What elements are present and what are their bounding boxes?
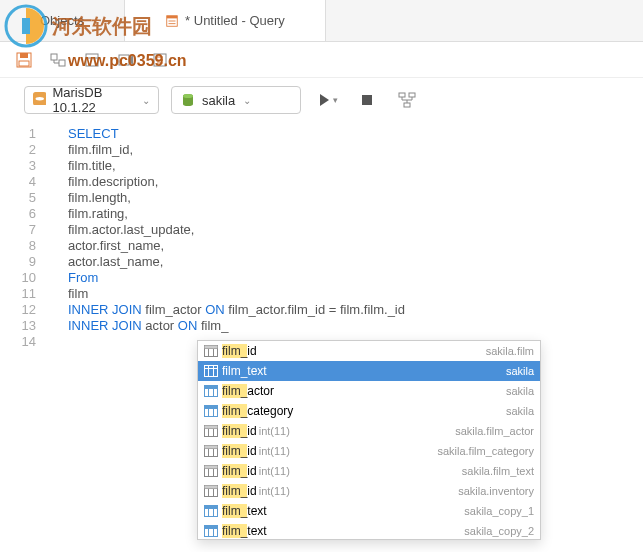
svg-rect-33 bbox=[205, 386, 218, 389]
autocomplete-schema: sakila bbox=[506, 385, 534, 397]
svg-rect-17 bbox=[409, 93, 415, 97]
table-icon bbox=[204, 405, 218, 417]
code-line[interactable]: From bbox=[48, 270, 643, 286]
svg-rect-15 bbox=[362, 95, 372, 105]
autocomplete-type: int(11) bbox=[259, 445, 290, 457]
svg-rect-48 bbox=[205, 446, 218, 449]
tab-query[interactable]: * Untitled - Query bbox=[125, 0, 326, 41]
autocomplete-name: film_text bbox=[222, 504, 267, 518]
tab-query-label: * Untitled - Query bbox=[185, 13, 285, 28]
autocomplete-name: film_text bbox=[222, 524, 267, 538]
svg-rect-5 bbox=[20, 53, 28, 58]
connection-bar: MarisDB 10.1.22 ⌄ sakila ⌄ ▾ bbox=[0, 78, 643, 122]
svg-rect-58 bbox=[205, 486, 218, 489]
code-line[interactable]: film.description, bbox=[48, 174, 643, 190]
autocomplete-name: film_id bbox=[222, 464, 257, 478]
chevron-down-icon: ⌄ bbox=[142, 95, 150, 106]
autocomplete-item[interactable]: film_textsakila_copy_2 bbox=[198, 521, 540, 540]
column-icon bbox=[204, 345, 218, 357]
toolbar-btn-3[interactable] bbox=[80, 48, 104, 72]
autocomplete-item[interactable]: film_actorsakila bbox=[198, 381, 540, 401]
autocomplete-schema: sakila.film_text bbox=[462, 465, 534, 477]
connection-icon bbox=[33, 92, 46, 108]
code-line[interactable]: film.actor.last_update, bbox=[48, 222, 643, 238]
save-button[interactable] bbox=[12, 48, 36, 72]
svg-rect-53 bbox=[205, 466, 218, 469]
autocomplete-schema: sakila.film_actor bbox=[455, 425, 534, 437]
database-dropdown[interactable]: sakila ⌄ bbox=[171, 86, 301, 114]
table-icon bbox=[204, 525, 218, 537]
line-number: 14 bbox=[0, 334, 36, 350]
svg-rect-38 bbox=[205, 406, 218, 409]
autocomplete-item[interactable]: film_idsakila.film bbox=[198, 341, 540, 361]
chevron-down-icon: ⌄ bbox=[243, 95, 251, 106]
line-number: 6 bbox=[0, 206, 36, 222]
autocomplete-name: film_id bbox=[222, 484, 257, 498]
database-label: sakila bbox=[202, 93, 235, 108]
autocomplete-schema: sakila.film bbox=[486, 345, 534, 357]
autocomplete-type: int(11) bbox=[259, 485, 290, 497]
autocomplete-item[interactable]: film_categorysakila bbox=[198, 401, 540, 421]
autocomplete-item[interactable]: film_textsakila bbox=[198, 361, 540, 381]
svg-rect-18 bbox=[404, 103, 410, 107]
tab-bar: Objects * Untitled - Query bbox=[0, 0, 643, 42]
autocomplete-item[interactable]: film_textsakila_copy_1 bbox=[198, 501, 540, 521]
database-icon bbox=[180, 92, 196, 108]
query-icon bbox=[165, 14, 179, 28]
svg-rect-11 bbox=[119, 55, 129, 65]
line-number: 7 bbox=[0, 222, 36, 238]
code-line[interactable]: film.film_id, bbox=[48, 142, 643, 158]
column-icon bbox=[204, 445, 218, 457]
svg-point-14 bbox=[183, 94, 193, 98]
svg-rect-68 bbox=[205, 526, 218, 529]
code-line[interactable]: INNER JOIN film_actor ON film_actor.film… bbox=[48, 302, 643, 318]
sql-editor[interactable]: 1234567891011121314 SELECTfilm.film_id,f… bbox=[0, 122, 643, 350]
stop-button[interactable] bbox=[353, 88, 381, 112]
svg-rect-1 bbox=[167, 15, 178, 18]
svg-rect-23 bbox=[205, 346, 218, 349]
code-line[interactable]: film.title, bbox=[48, 158, 643, 174]
line-gutter: 1234567891011121314 bbox=[0, 126, 48, 350]
line-number: 13 bbox=[0, 318, 36, 334]
svg-rect-9 bbox=[86, 54, 98, 66]
svg-rect-16 bbox=[399, 93, 405, 97]
tab-objects[interactable]: Objects bbox=[0, 0, 125, 41]
svg-rect-8 bbox=[59, 60, 65, 66]
connection-label: MarisDB 10.1.22 bbox=[52, 85, 134, 115]
line-number: 10 bbox=[0, 270, 36, 286]
connection-dropdown[interactable]: MarisDB 10.1.22 ⌄ bbox=[24, 86, 159, 114]
code-area[interactable]: SELECTfilm.film_id,film.title,film.descr… bbox=[48, 126, 643, 350]
autocomplete-name: film_actor bbox=[222, 384, 274, 398]
column-icon bbox=[204, 485, 218, 497]
code-line[interactable]: film.length, bbox=[48, 190, 643, 206]
autocomplete-item[interactable]: film_idint(11)sakila.inventory bbox=[198, 481, 540, 501]
code-line[interactable]: film.rating, bbox=[48, 206, 643, 222]
autocomplete-popup[interactable]: film_idsakila.filmfilm_textsakilafilm_ac… bbox=[197, 340, 541, 540]
toolbar-btn-5[interactable] bbox=[148, 48, 172, 72]
explain-button[interactable] bbox=[393, 88, 421, 112]
line-number: 11 bbox=[0, 286, 36, 302]
table-icon bbox=[204, 365, 218, 377]
code-line[interactable]: actor.first_name, bbox=[48, 238, 643, 254]
autocomplete-item[interactable]: film_idint(11)sakila.film_actor bbox=[198, 421, 540, 441]
toolbar bbox=[0, 42, 643, 78]
svg-rect-7 bbox=[51, 54, 57, 60]
code-line[interactable]: actor.last_name, bbox=[48, 254, 643, 270]
autocomplete-schema: sakila bbox=[506, 365, 534, 377]
autocomplete-item[interactable]: film_idint(11)sakila.film_category bbox=[198, 441, 540, 461]
autocomplete-name: film_id bbox=[222, 424, 257, 438]
autocomplete-name: film_category bbox=[222, 404, 293, 418]
column-icon bbox=[204, 465, 218, 477]
toolbar-btn-4[interactable] bbox=[114, 48, 138, 72]
line-number: 3 bbox=[0, 158, 36, 174]
line-number: 5 bbox=[0, 190, 36, 206]
run-button[interactable]: ▾ bbox=[313, 88, 341, 112]
table-icon bbox=[204, 385, 218, 397]
toolbar-btn-2[interactable] bbox=[46, 48, 70, 72]
autocomplete-name: film_id bbox=[222, 444, 257, 458]
code-line[interactable]: INNER JOIN actor ON film_ bbox=[48, 318, 643, 334]
code-line[interactable]: SELECT bbox=[48, 126, 643, 142]
code-line[interactable]: film bbox=[48, 286, 643, 302]
line-number: 1 bbox=[0, 126, 36, 142]
autocomplete-item[interactable]: film_idint(11)sakila.film_text bbox=[198, 461, 540, 481]
